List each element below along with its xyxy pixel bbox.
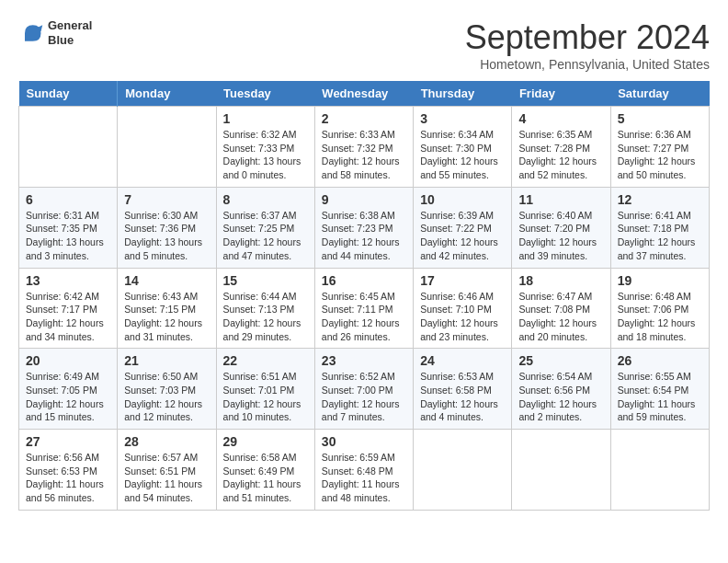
calendar-day-2: 2Sunrise: 6:33 AMSunset: 7:32 PMDaylight… [314, 107, 413, 188]
calendar-day-6: 6Sunrise: 6:31 AMSunset: 7:35 PMDaylight… [19, 187, 118, 268]
calendar-day-10: 10Sunrise: 6:39 AMSunset: 7:22 PMDayligh… [414, 187, 512, 268]
calendar-day-19: 19Sunrise: 6:48 AMSunset: 7:06 PMDayligh… [610, 268, 709, 349]
empty-cell [610, 430, 709, 511]
day-number: 8 [223, 192, 308, 207]
day-info: Sunrise: 6:55 AMSunset: 6:54 PMDaylight:… [618, 371, 696, 422]
calendar-day-25: 25Sunrise: 6:54 AMSunset: 6:56 PMDayligh… [512, 349, 610, 430]
calendar-day-7: 7Sunrise: 6:30 AMSunset: 7:36 PMDaylight… [118, 187, 216, 268]
calendar-day-27: 27Sunrise: 6:56 AMSunset: 6:53 PMDayligh… [19, 430, 118, 511]
day-number: 1 [223, 111, 308, 126]
day-number: 29 [223, 434, 308, 449]
logo-text: General Blue [48, 18, 92, 47]
weekday-header-friday: Friday [512, 81, 610, 107]
day-info: Sunrise: 6:40 AMSunset: 7:20 PMDaylight:… [518, 210, 597, 261]
weekday-header-thursday: Thursday [414, 81, 512, 107]
weekday-header-tuesday: Tuesday [216, 81, 314, 107]
month-title: September 2024 [465, 18, 710, 57]
day-info: Sunrise: 6:50 AMSunset: 7:03 PMDaylight:… [124, 371, 202, 422]
day-info: Sunrise: 6:38 AMSunset: 7:23 PMDaylight:… [322, 210, 400, 261]
day-info: Sunrise: 6:42 AMSunset: 7:17 PMDaylight:… [26, 291, 104, 342]
day-number: 12 [618, 192, 702, 207]
day-number: 25 [518, 353, 603, 368]
day-number: 14 [124, 273, 209, 288]
empty-cell [414, 430, 512, 511]
calendar-day-24: 24Sunrise: 6:53 AMSunset: 6:58 PMDayligh… [414, 349, 512, 430]
day-info: Sunrise: 6:49 AMSunset: 7:05 PMDaylight:… [26, 371, 104, 422]
day-number: 13 [26, 273, 110, 288]
day-number: 6 [26, 192, 110, 207]
calendar-day-14: 14Sunrise: 6:43 AMSunset: 7:15 PMDayligh… [118, 268, 216, 349]
calendar-day-4: 4Sunrise: 6:35 AMSunset: 7:28 PMDaylight… [512, 107, 610, 188]
logo-icon [18, 20, 44, 46]
calendar-day-26: 26Sunrise: 6:55 AMSunset: 6:54 PMDayligh… [610, 349, 709, 430]
calendar-week-1: 1Sunrise: 6:32 AMSunset: 7:33 PMDaylight… [19, 107, 710, 188]
day-info: Sunrise: 6:54 AMSunset: 6:56 PMDaylight:… [518, 371, 597, 422]
weekday-header-sunday: Sunday [19, 81, 118, 107]
weekday-header-monday: Monday [118, 81, 216, 107]
day-info: Sunrise: 6:35 AMSunset: 7:28 PMDaylight:… [518, 129, 597, 180]
calendar-day-13: 13Sunrise: 6:42 AMSunset: 7:17 PMDayligh… [19, 268, 118, 349]
calendar-day-22: 22Sunrise: 6:51 AMSunset: 7:01 PMDayligh… [216, 349, 314, 430]
day-info: Sunrise: 6:48 AMSunset: 7:06 PMDaylight:… [618, 291, 696, 342]
day-info: Sunrise: 6:41 AMSunset: 7:18 PMDaylight:… [618, 210, 696, 261]
day-number: 19 [618, 273, 702, 288]
day-info: Sunrise: 6:37 AMSunset: 7:25 PMDaylight:… [223, 210, 301, 261]
day-number: 28 [124, 434, 209, 449]
calendar-day-11: 11Sunrise: 6:40 AMSunset: 7:20 PMDayligh… [512, 187, 610, 268]
day-number: 16 [322, 273, 406, 288]
day-info: Sunrise: 6:39 AMSunset: 7:22 PMDaylight:… [420, 210, 498, 261]
empty-cell [19, 107, 118, 188]
calendar-day-20: 20Sunrise: 6:49 AMSunset: 7:05 PMDayligh… [19, 349, 118, 430]
day-number: 10 [420, 192, 505, 207]
day-info: Sunrise: 6:45 AMSunset: 7:11 PMDaylight:… [322, 291, 400, 342]
day-number: 3 [420, 111, 505, 126]
calendar-day-5: 5Sunrise: 6:36 AMSunset: 7:27 PMDaylight… [610, 107, 709, 188]
day-number: 5 [618, 111, 702, 126]
day-number: 9 [322, 192, 406, 207]
calendar-table: SundayMondayTuesdayWednesdayThursdayFrid… [18, 81, 710, 511]
day-info: Sunrise: 6:51 AMSunset: 7:01 PMDaylight:… [223, 371, 301, 422]
day-info: Sunrise: 6:56 AMSunset: 6:53 PMDaylight:… [26, 452, 104, 503]
day-info: Sunrise: 6:36 AMSunset: 7:27 PMDaylight:… [618, 129, 696, 180]
day-info: Sunrise: 6:47 AMSunset: 7:08 PMDaylight:… [518, 291, 597, 342]
day-info: Sunrise: 6:53 AMSunset: 6:58 PMDaylight:… [420, 371, 498, 422]
empty-cell [512, 430, 610, 511]
calendar-day-12: 12Sunrise: 6:41 AMSunset: 7:18 PMDayligh… [610, 187, 709, 268]
calendar-day-9: 9Sunrise: 6:38 AMSunset: 7:23 PMDaylight… [314, 187, 413, 268]
day-number: 20 [26, 353, 110, 368]
day-info: Sunrise: 6:57 AMSunset: 6:51 PMDaylight:… [124, 452, 202, 503]
calendar-week-3: 13Sunrise: 6:42 AMSunset: 7:17 PMDayligh… [19, 268, 710, 349]
calendar-day-17: 17Sunrise: 6:46 AMSunset: 7:10 PMDayligh… [414, 268, 512, 349]
calendar-day-28: 28Sunrise: 6:57 AMSunset: 6:51 PMDayligh… [118, 430, 216, 511]
page-header: General Blue September 2024 Hometown, Pe… [18, 18, 710, 72]
weekday-header-wednesday: Wednesday [314, 81, 413, 107]
title-section: September 2024 Hometown, Pennsylvania, U… [465, 18, 710, 72]
calendar-day-29: 29Sunrise: 6:58 AMSunset: 6:49 PMDayligh… [216, 430, 314, 511]
weekday-header-saturday: Saturday [610, 81, 709, 107]
day-number: 7 [124, 192, 209, 207]
calendar-day-15: 15Sunrise: 6:44 AMSunset: 7:13 PMDayligh… [216, 268, 314, 349]
day-info: Sunrise: 6:31 AMSunset: 7:35 PMDaylight:… [26, 210, 104, 261]
day-number: 11 [518, 192, 603, 207]
day-number: 4 [518, 111, 603, 126]
day-info: Sunrise: 6:33 AMSunset: 7:32 PMDaylight:… [322, 129, 400, 180]
day-info: Sunrise: 6:43 AMSunset: 7:15 PMDaylight:… [124, 291, 202, 342]
day-number: 15 [223, 273, 308, 288]
day-info: Sunrise: 6:52 AMSunset: 7:00 PMDaylight:… [322, 371, 400, 422]
day-info: Sunrise: 6:58 AMSunset: 6:49 PMDaylight:… [223, 452, 301, 503]
calendar-day-1: 1Sunrise: 6:32 AMSunset: 7:33 PMDaylight… [216, 107, 314, 188]
calendar-day-8: 8Sunrise: 6:37 AMSunset: 7:25 PMDaylight… [216, 187, 314, 268]
day-info: Sunrise: 6:46 AMSunset: 7:10 PMDaylight:… [420, 291, 498, 342]
day-number: 24 [420, 353, 505, 368]
day-number: 27 [26, 434, 110, 449]
day-number: 30 [322, 434, 406, 449]
day-number: 21 [124, 353, 209, 368]
calendar-day-30: 30Sunrise: 6:59 AMSunset: 6:48 PMDayligh… [314, 430, 413, 511]
weekday-header-row: SundayMondayTuesdayWednesdayThursdayFrid… [19, 81, 710, 107]
location-subtitle: Hometown, Pennsylvania, United States [465, 57, 710, 72]
day-info: Sunrise: 6:32 AMSunset: 7:33 PMDaylight:… [223, 129, 301, 180]
day-number: 17 [420, 273, 505, 288]
day-info: Sunrise: 6:44 AMSunset: 7:13 PMDaylight:… [223, 291, 301, 342]
empty-cell [118, 107, 216, 188]
calendar-day-21: 21Sunrise: 6:50 AMSunset: 7:03 PMDayligh… [118, 349, 216, 430]
